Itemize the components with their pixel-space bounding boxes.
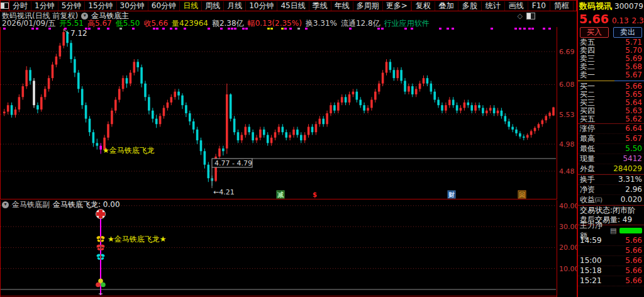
summary-field: 换3.31% — [306, 20, 337, 27]
main-flow-bar — [619, 228, 642, 233]
price-axis-label: 6.08 — [559, 81, 575, 88]
window-layout-icon — [1, 3, 9, 9]
ask-levels: 卖五5.71卖四5.70卖三5.69卖二5.68卖一5.67 — [578, 38, 644, 79]
app-window: 分时1分钟5分钟15分钟30分钟60分钟日线周线月线10分钟45日线季线年线多周… — [0, 0, 644, 297]
price-axis-label: 6.69 — [559, 48, 575, 55]
summary-field: 额2.38亿 — [212, 20, 244, 27]
last-price: 5.66 — [579, 12, 609, 26]
period-tab[interactable]: 45日线 — [277, 1, 309, 11]
tick-row: 15:215.66 — [578, 276, 644, 286]
chart-badge-icon[interactable]: 减 — [277, 191, 284, 198]
subchart-indicator-toggle-icon[interactable]: ▾ — [2, 201, 9, 208]
toolbar-button[interactable]: 叠加 — [435, 1, 458, 11]
stock-code: 300079 — [614, 2, 643, 11]
tick-row: 14:595.66 — [578, 236, 644, 246]
period-tab[interactable]: 多周期 — [353, 1, 383, 11]
quote-row: 换手3.31% — [578, 175, 644, 185]
period-tab[interactable]: 分时 — [9, 1, 31, 11]
quote-row: 外盘284029 — [578, 164, 644, 174]
toolbar-button[interactable]: 多股 — [458, 1, 481, 11]
subchart-header: ▾ 金马铁底副 金马铁底飞龙: 0.00 — [2, 201, 120, 209]
toolbar-button[interactable]: F10 — [528, 1, 550, 11]
buy-button[interactable]: 买入 — [580, 27, 609, 38]
summary-field: 行业应用软件 — [384, 20, 430, 27]
summary-field: 流通12.8亿 — [341, 20, 380, 27]
period-tab[interactable]: 周线 — [202, 1, 224, 11]
summary-field: 低5.50 — [116, 20, 140, 27]
period-tab[interactable]: 5分钟 — [58, 1, 86, 11]
summary-field: 2026/01/09/五 — [2, 20, 55, 27]
quote-row: 最高5.67 — [578, 134, 644, 144]
quote-row: 涨停6.64 — [578, 124, 644, 134]
svg-text:4.77 - 4.79: 4.77 - 4.79 — [214, 159, 252, 167]
period-tab[interactable]: 月线 — [224, 1, 246, 11]
stock-name: 数码视讯 — [579, 1, 612, 12]
price-axis-label: 4.48 — [559, 168, 575, 175]
period-tab[interactable]: 10分钟 — [246, 1, 277, 11]
quote-row: 收益㈢0.020 — [578, 195, 644, 205]
period-tab[interactable]: 15分钟 — [85, 1, 116, 11]
svg-text:★金马铁底飞龙: ★金马铁底飞龙 — [103, 146, 155, 155]
svg-text:←4.21: ←4.21 — [213, 188, 235, 196]
subchart-indicator-value: 金马铁底飞龙: 0.00 — [53, 199, 120, 210]
summary-field: 幅0.13(2.35%) — [248, 20, 302, 27]
indicator-axis-label: 30.00 — [559, 223, 579, 230]
subchart-y-axis: 40.0030.0020.0010.00 — [557, 200, 577, 297]
toolbar-button[interactable]: 简框 — [550, 1, 573, 11]
period-tab[interactable]: 季线 — [309, 1, 331, 11]
main-chart-y-axis: 6.696.085.534.984.48 — [557, 27, 577, 199]
period-toolbar: 分时1分钟5分钟15分钟30分钟60分钟日线周线月线10分钟45日线季线年线多周… — [0, 0, 577, 11]
price-change: 0.13 — [612, 16, 629, 25]
toolbar-button[interactable]: 复权 — [411, 1, 435, 11]
trade-status: 交易状态:闭市阶 — [578, 206, 644, 215]
window-layout-button[interactable] — [1, 1, 9, 11]
period-tab[interactable]: 30分钟 — [117, 1, 148, 11]
tick-row: 15:005.66 — [578, 256, 644, 266]
indicator-subchart[interactable]: ★金马铁底飞龙★ — [0, 200, 557, 297]
indicator-axis-label: 10.00 — [559, 266, 579, 272]
panel-layout-icon[interactable] — [526, 13, 535, 20]
quote-summary-bar: 2026/01/09/五开5.51高5.67低5.50收5.66量423964额… — [2, 20, 571, 27]
flow-detail-icon[interactable]: ▤ — [610, 227, 616, 235]
period-tab[interactable]: 日线 — [180, 1, 202, 11]
summary-field: 量423964 — [172, 20, 208, 27]
quote-panel: 数码视讯 300079 5.66 0.13 2.35% 买入 卖出 卖五5.71… — [577, 0, 644, 297]
price-axis-label: 4.98 — [559, 141, 575, 148]
quote-row: 卖一5.67 — [578, 71, 644, 79]
summary-field: 开5.51 — [59, 20, 84, 27]
summary-field: 收5.66 — [143, 20, 168, 27]
tick-list[interactable]: 14:595.665.6615:005.6615:185.6615:215.66 — [578, 236, 644, 286]
indicator-toggle-icon[interactable]: ▾ — [81, 13, 88, 20]
quote-row: 净资2.96 — [578, 185, 644, 195]
main-candlestick-chart[interactable]: 7.12★金马铁底飞龙4.77 - 4.79←4.21减$财回 — [0, 27, 557, 199]
period-tabs: 分时1分钟5分钟15分钟30分钟60分钟日线周线月线10分钟45日线季线年线多周… — [9, 1, 411, 11]
chart-badge-icon[interactable]: 财 — [448, 191, 455, 198]
price-change-percent: 2.35% — [632, 16, 644, 25]
quote-row: 买五5.62 — [578, 115, 644, 123]
subchart-signal-label: ★金马铁底飞龙★ — [108, 235, 167, 244]
period-tab[interactable]: 更多> — [383, 1, 411, 11]
toolbar-button[interactable]: 统计 — [481, 1, 504, 11]
chart-badge-icon[interactable]: $ — [313, 191, 317, 198]
indicator-axis-label: 40.00 — [559, 203, 579, 210]
tick-row: 5.66 — [578, 246, 644, 256]
fundamental-stats: 换手3.31%净资2.96收益㈢0.020 — [578, 175, 644, 205]
period-tab[interactable]: 60分钟 — [148, 1, 180, 11]
quote-row: 现量5412 — [578, 154, 644, 164]
summary-field: 高5.67 — [87, 20, 112, 27]
price-axis-label: 5.53 — [559, 111, 575, 118]
sell-button[interactable]: 卖出 — [613, 27, 642, 38]
period-tab[interactable]: 1分钟 — [31, 1, 58, 11]
bid-levels: 买一5.66买二5.65买三5.64买四5.63买五5.62 — [578, 82, 644, 123]
chart-badge-icon[interactable]: 回 — [519, 191, 525, 198]
indicator-axis-label: 20.00 — [559, 244, 579, 251]
price-stats: 涨停6.64最高5.67最低5.50现量5412外盘284029 — [578, 124, 644, 174]
svg-text:7.12: 7.12 — [70, 29, 87, 38]
tick-row: 15:185.66 — [578, 266, 644, 276]
period-tab[interactable]: 年线 — [331, 1, 353, 11]
toolbar-button[interactable]: 画线 — [504, 1, 528, 11]
subchart-indicator-name[interactable]: 金马铁底副 — [12, 199, 50, 210]
quote-row: 最低5.50 — [578, 144, 644, 154]
